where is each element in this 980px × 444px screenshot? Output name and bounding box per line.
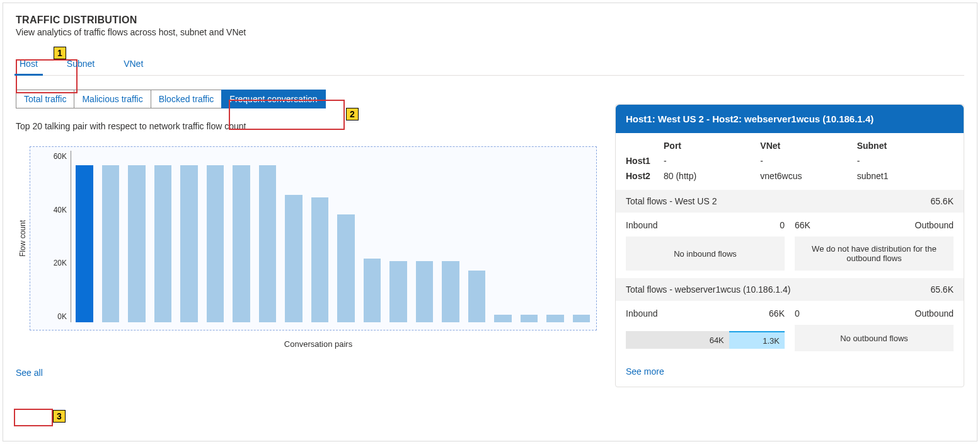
conversation-detail-panel: Host1: West US 2 - Host2: webserver1wcus… (615, 104, 964, 387)
section1-header: Total flows - West US 2 65.6K (616, 190, 964, 213)
row-host1-label: Host1 (626, 156, 664, 166)
s1-no-dist-msg: We do not have distribution for the outb… (795, 237, 954, 271)
chart-y-tick: 40K (37, 206, 67, 214)
annotation-badge-2: 2 (346, 108, 359, 120)
row-host2-label: Host2 (626, 171, 664, 181)
tab-subnet[interactable]: Subnet (63, 54, 98, 75)
chart-bar[interactable] (442, 261, 459, 322)
chart-y-tick: 0K (37, 312, 67, 321)
card-title: TRAFFIC DISTRIBUTION (16, 15, 964, 26)
chart-bar[interactable] (337, 214, 355, 322)
s1-no-inbound-msg: No inbound flows (626, 237, 785, 271)
col-subnet: Subnet (857, 141, 954, 151)
scope-tabs: Host Subnet VNet (16, 54, 964, 76)
pill-blocked-traffic[interactable]: Blocked traffic (151, 90, 222, 108)
host2-vnet: vnet6wcus (760, 171, 856, 181)
chart-bar[interactable] (389, 261, 407, 322)
traffic-distribution-card: TRAFFIC DISTRIBUTION View analytics of t… (3, 3, 977, 441)
tab-vnet[interactable]: VNet (120, 54, 147, 75)
chart-y-tick: 20K (37, 259, 67, 267)
s2-inbound-split-bar: 64K 1.3K (626, 331, 785, 349)
see-all-link[interactable]: See all (16, 368, 43, 378)
chart-y-axis-label: Flow count (16, 220, 30, 257)
chart-y-axis-line (71, 151, 71, 322)
s1-outbound-value: 66K (795, 220, 810, 230)
s2-outbound-value: 0 (795, 308, 800, 318)
chart-x-axis-label: Conversation pairs (16, 339, 621, 349)
pill-total-traffic[interactable]: Total traffic (16, 90, 74, 108)
conversation-pairs-bar-chart[interactable]: 60K40K20K0K (30, 146, 597, 330)
chart-bar[interactable] (76, 165, 93, 322)
chart-bar[interactable] (154, 165, 172, 322)
chart-bar[interactable] (128, 165, 146, 322)
see-more-link[interactable]: See more (626, 366, 664, 377)
s2-no-outbound-msg: No outbound flows (795, 325, 954, 351)
chart-bar[interactable] (573, 315, 591, 322)
s2-inbound-value: 66K (769, 308, 785, 318)
detail-header: Host1: West US 2 - Host2: webserver1wcus… (616, 105, 964, 133)
col-port: Port (664, 141, 760, 151)
host2-port: 80 (http) (664, 171, 760, 181)
chart-y-tick: 60K (37, 152, 67, 161)
chart-bar[interactable] (233, 165, 250, 322)
chart-bar[interactable] (259, 165, 277, 322)
s1-inbound-value: 0 (780, 220, 785, 230)
chart-bar[interactable] (180, 165, 198, 322)
pill-frequent-conversation[interactable]: Frequent conversation (221, 90, 325, 108)
chart-bar[interactable] (285, 195, 303, 322)
s2-outbound-label: Outbound (915, 308, 954, 318)
chart-bar[interactable] (364, 259, 381, 322)
chart-bar[interactable] (207, 165, 224, 322)
chart-bar[interactable] (416, 261, 434, 322)
card-subtitle: View analytics of traffic flows across h… (16, 27, 964, 37)
host1-subnet: - (857, 156, 954, 166)
annotation-badge-3: 3 (53, 410, 66, 423)
tab-host[interactable]: Host (16, 54, 42, 75)
col-vnet: VNet (760, 141, 856, 151)
chart-bar[interactable] (521, 315, 538, 322)
pill-malicious-traffic[interactable]: Malicious traffic (74, 90, 151, 108)
section2-header: Total flows - webserver1wcus (10.186.1.4… (616, 278, 964, 301)
chart-bar[interactable] (311, 197, 329, 322)
host2-subnet: subnet1 (857, 171, 954, 181)
host1-vnet: - (760, 156, 856, 166)
s2-inbound-label: Inbound (626, 308, 658, 318)
s1-inbound-label: Inbound (626, 220, 658, 230)
chart-bar[interactable] (102, 165, 120, 322)
chart-bar[interactable] (494, 315, 512, 322)
host1-port: - (664, 156, 760, 166)
highlight-3 (14, 409, 53, 426)
chart-bar[interactable] (546, 315, 564, 322)
s1-outbound-label: Outbound (915, 220, 954, 230)
chart-bar[interactable] (468, 271, 486, 322)
